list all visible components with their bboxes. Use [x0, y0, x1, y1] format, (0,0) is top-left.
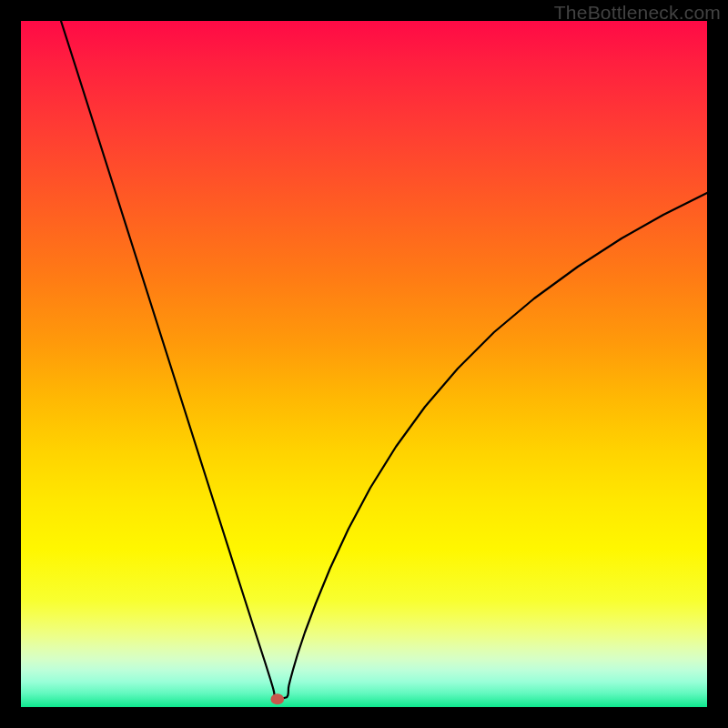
watermark-text: TheBottleneck.com: [554, 2, 721, 24]
chart-svg: [21, 21, 707, 707]
bottleneck-curve: [61, 21, 707, 698]
chart-frame: TheBottleneck.com: [0, 0, 728, 728]
optimal-point-marker: [271, 693, 285, 704]
plot-area: [21, 21, 707, 707]
